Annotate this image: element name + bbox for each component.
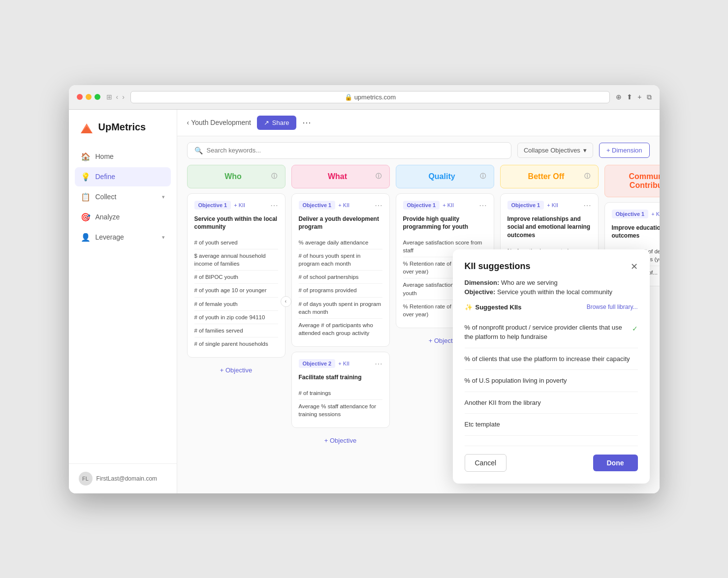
url-text: upmetrics.com — [354, 93, 396, 101]
quality-obj1-badge: Objective 1 — [403, 201, 440, 210]
column-who: Who ⓘ Objective 1 + KII ⋯ Service youth … — [187, 165, 285, 484]
sidebar-item-home[interactable]: 🏠 Home — [75, 147, 171, 166]
maximize-dot[interactable] — [95, 94, 100, 100]
who-obj1-header: Objective 1 + KII ⋯ — [194, 201, 278, 210]
better-obj1-menu-button[interactable]: ⋯ — [583, 201, 591, 210]
what-obj2-kii-button[interactable]: + KII — [338, 361, 349, 366]
column-header-quality: Quality ⓘ — [396, 165, 494, 188]
quality-obj1-kii-button[interactable]: + KII — [443, 202, 454, 208]
what-add-objective-button[interactable]: + Objective — [291, 433, 390, 448]
more-button[interactable]: ⋯ — [302, 117, 311, 128]
sidebar-item-analyze[interactable]: 🎯 Analyze — [75, 208, 171, 227]
who-kii-3: # of BIPOC youth — [194, 271, 278, 284]
modal-dimension-label: Dimension: — [465, 279, 500, 286]
column-header-better: Better Off ⓘ — [500, 165, 599, 188]
back-link[interactable]: ‹ Youth Development — [187, 119, 251, 126]
done-button[interactable]: Done — [593, 455, 638, 471]
quality-obj1-menu-button[interactable]: ⋯ — [479, 201, 487, 210]
define-icon: 💡 — [81, 172, 91, 182]
collapse-objectives-button[interactable]: Collapse Objectives ▾ — [517, 143, 593, 158]
tabs-icon[interactable]: ⧉ — [647, 93, 652, 101]
what2-kii-2: Average % staff attendance for training … — [299, 400, 382, 421]
modal-close-button[interactable]: ✕ — [631, 261, 638, 272]
new-tab-icon[interactable]: + — [637, 93, 641, 101]
column-title-who: Who — [195, 172, 271, 181]
suggestion-item-2[interactable]: % of clients that use the platform to in… — [465, 348, 638, 370]
close-dot[interactable] — [77, 94, 83, 100]
sidebar-toggle-icon[interactable]: ⊞ — [106, 93, 112, 101]
minimize-dot[interactable] — [86, 94, 92, 100]
search-input[interactable] — [207, 147, 504, 154]
column-title-quality: Quality — [404, 172, 480, 181]
what-obj2-menu-button[interactable]: ⋯ — [375, 359, 382, 368]
share-button[interactable]: ↗ Share — [257, 116, 296, 130]
sidebar-footer: FL FirstLast@domain.com — [69, 463, 177, 493]
sidebar-label-home: Home — [95, 152, 114, 160]
quality-obj1-title: Provide high quality programming for you… — [403, 215, 487, 232]
what-kii-1: % average daily attendance — [299, 236, 382, 249]
sidebar-collapse-button[interactable]: ‹ — [281, 296, 291, 307]
sidebar-item-collect[interactable]: 📋 Collect ▾ — [75, 187, 171, 207]
what-kii-2: # of hours youth spent in program each m… — [299, 249, 382, 271]
add-dimension-button[interactable]: + Dimension — [599, 143, 650, 158]
what-kii-4: # of programs provided — [299, 284, 382, 297]
sidebar-label-define: Define — [95, 173, 115, 181]
modal-objective-label: Objective: — [465, 288, 496, 296]
sidebar-nav: 🏠 Home 💡 Define 📋 Collect ▾ 🎯 Analyze — [69, 147, 177, 463]
suggested-kii-label: Suggested KIIs — [475, 304, 522, 311]
who-objective-1-card: Objective 1 + KII ⋯ Service youth within… — [187, 193, 285, 358]
who-add-objective-button[interactable]: + Objective — [187, 363, 285, 378]
modal-objective-line: Objective: Service youth within the loca… — [465, 288, 638, 296]
modal-objective-value: Service youth within the local community — [497, 288, 612, 296]
cancel-button[interactable]: Cancel — [465, 454, 507, 472]
who-obj1-title: Service youth within the local community — [194, 215, 278, 232]
modal-suggested-section: ✨ Suggested KIIs Browse full library... — [465, 304, 638, 311]
better-obj1-title: Improve relationships and social and emo… — [507, 215, 591, 240]
sidebar-item-define[interactable]: 💡 Define — [75, 167, 171, 186]
what-add-objective-label: + Objective — [324, 437, 356, 444]
what2-kii-1: # of trainings — [299, 387, 382, 400]
quality-obj1-header: Objective 1 + KII ⋯ — [403, 201, 487, 210]
suggestion-item-1[interactable]: % of nonprofit product / service provide… — [465, 317, 638, 348]
browser-toolbar: ⊞ ‹ › 🔒 upmetrics.com ⊕ ⬆ + ⧉ — [69, 85, 660, 110]
leverage-caret-icon: ▾ — [162, 234, 165, 241]
what-obj1-kii-button[interactable]: + KII — [338, 202, 349, 208]
sidebar: UpMetrics 🏠 Home 💡 Define 📋 Collect ▾ 🎯 — [69, 110, 177, 493]
browse-library-link[interactable]: Browse full library... — [587, 304, 638, 310]
sidebar-label-analyze: Analyze — [95, 213, 120, 221]
suggestion-item-5[interactable]: Etc template — [465, 414, 638, 436]
share-icon[interactable]: ⬆ — [627, 93, 633, 101]
url-bar[interactable]: 🔒 upmetrics.com — [130, 91, 610, 103]
who-obj1-menu-button[interactable]: ⋯ — [270, 201, 278, 210]
modal-footer: Cancel Done — [465, 446, 638, 472]
column-header-who: Who ⓘ — [187, 165, 285, 188]
forward-icon[interactable]: › — [122, 93, 125, 101]
who-kii-6: # of youth in zip code 94110 — [194, 311, 278, 324]
toolbar: 🔍 Collapse Objectives ▾ + Dimension — [177, 136, 660, 165]
sidebar-item-leverage[interactable]: 👤 Leverage ▾ — [75, 228, 171, 247]
what-obj1-menu-button[interactable]: ⋯ — [375, 201, 382, 210]
who-kii-7: # of families served — [194, 324, 278, 337]
user-email: FirstLast@domain.com — [96, 475, 158, 482]
column-what: What ⓘ Objective 1 + KII ⋯ Deliver a you… — [291, 165, 390, 484]
what-obj1-badge: Objective 1 — [299, 201, 336, 210]
kii-suggestions-modal: KII suggestions ✕ Dimension: Who are we … — [453, 249, 650, 484]
suggestion-item-3[interactable]: % of U.S population living in poverty — [465, 370, 638, 392]
modal-dimension-value: Who are we serving — [501, 279, 558, 286]
suggestion-text-3: % of U.S population living in poverty — [465, 376, 567, 386]
suggestion-text-1: % of nonprofit product / service provide… — [465, 323, 628, 342]
community-obj1-kii-button[interactable]: + KII — [651, 211, 659, 217]
what-obj2-title: Facilitate staff training — [299, 373, 382, 382]
top-bar: ‹ Youth Development ↗ Share ⋯ — [177, 110, 660, 136]
who-obj1-badge: Objective 1 — [194, 201, 231, 210]
suggestion-item-4[interactable]: Another KII from the library — [465, 392, 638, 414]
who-obj1-kii-button[interactable]: + KII — [234, 202, 245, 208]
home-icon: 🏠 — [81, 152, 91, 161]
download-icon[interactable]: ⊕ — [616, 93, 622, 101]
what-obj2-badge: Objective 2 — [299, 359, 336, 368]
back-icon[interactable]: ‹ — [116, 93, 119, 101]
better-obj1-kii-button[interactable]: + KII — [547, 202, 558, 208]
community-obj1-header: Objective 1 + KII ⋯ — [612, 210, 660, 219]
search-bar: 🔍 — [187, 142, 511, 159]
page-title: Youth Development — [191, 119, 251, 126]
